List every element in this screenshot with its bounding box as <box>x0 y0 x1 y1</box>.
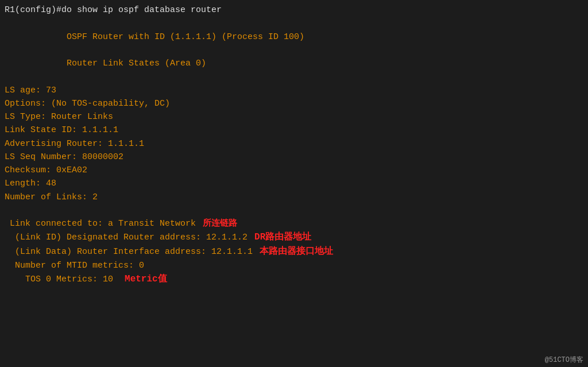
router-link-states-line: Router Link States (Area 0) <box>5 57 583 70</box>
link-transit-text: Link connected to: a Transit Network <box>5 217 196 230</box>
watermark: @51CTO博客 <box>545 355 583 365</box>
annotation-ri: 本路由器接口地址 <box>260 245 333 259</box>
annotation-link-transit: 所连链路 <box>203 217 237 230</box>
annotation-dr: DR路由器地址 <box>254 230 311 245</box>
link-transit-line: Link connected to: a Transit Network 所连链… <box>5 217 583 230</box>
link-data-ri-line: (Link Data) Router Interface address: 12… <box>5 245 583 259</box>
annotation-metric: Metric值 <box>125 272 167 287</box>
link-id-dr-line: (Link ID) Designated Router address: 12.… <box>5 230 583 245</box>
length-line: Length: 48 <box>5 177 583 190</box>
checksum-line: Checksum: 0xEA02 <box>5 164 583 177</box>
link-id-dr-text: (Link ID) Designated Router address: 12.… <box>5 231 247 244</box>
num-links-line: Number of Links: 2 <box>5 191 583 204</box>
link-data-ri-text: (Link Data) Router Interface address: 12… <box>5 245 253 258</box>
adv-router-line: Advertising Router: 1.1.1.1 <box>5 137 583 150</box>
mtid-line: Number of MTID metrics: 0 <box>5 259 583 272</box>
blank-line-2 <box>5 44 583 57</box>
tos-line: TOS 0 Metrics: 10 Metric值 <box>5 272 583 287</box>
blank-line-3 <box>5 70 583 83</box>
ls-age-line: LS age: 73 <box>5 84 583 97</box>
link-state-id-line: Link State ID: 1.1.1.1 <box>5 123 583 137</box>
ls-seq-line: LS Seq Number: 80000002 <box>5 150 583 164</box>
terminal-window: R1(config)#do show ip ospf database rout… <box>0 0 588 367</box>
ospf-id-line: OSPF Router with ID (1.1.1.1) (Process I… <box>5 30 583 44</box>
options-line: Options: (No TOS-capability, DC) <box>5 97 583 110</box>
command-line: R1(config)#do show ip ospf database rout… <box>5 3 583 17</box>
tos-text: TOS 0 Metrics: 10 <box>5 273 113 286</box>
blank-line-1 <box>5 17 583 30</box>
blank-line-4 <box>5 204 583 217</box>
ls-type-line: LS Type: Router Links <box>5 110 583 123</box>
